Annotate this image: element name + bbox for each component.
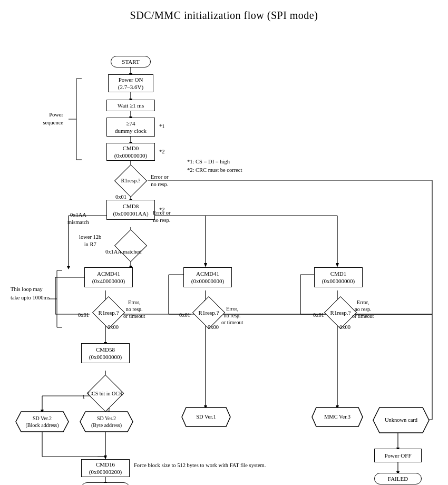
wait-label: Wait ≥1 ms [118, 102, 144, 109]
svg-marker-18 [204, 263, 207, 267]
power-seq-label: Power sequence [32, 111, 63, 127]
r1resp1-wrapper: R1resp.? [113, 169, 148, 192]
cmd0-label: CMD0 (0x00000000) [114, 144, 147, 160]
acmd41-v2-label: ACMD41 (0x40000000) [92, 270, 125, 285]
svg-marker-21 [67, 266, 70, 269]
ref1-label: *1 [159, 123, 165, 130]
mmc-v3-label: MMC Ver.3 [324, 413, 350, 421]
dummy-clock-node: ≥74 dummy clock [106, 118, 155, 137]
sd-v2-block-label: SD Ver.2 (Block address) [25, 415, 59, 429]
sd-v2-block-node: SD Ver.2 (Block address) [15, 411, 70, 433]
cmd0-node: CMD0 (0x00000000) [106, 143, 155, 161]
val-000-4-label: 0x00 [339, 324, 350, 331]
mmc-v3-node: MMC Ver.3 [311, 406, 364, 428]
error-no-resp-acmd41v1-label: Error, no resp. or timeout [221, 305, 243, 326]
power-off-label: Power OFF [384, 452, 411, 459]
power-off-node: Power OFF [374, 449, 422, 462]
val-000-3-label: 0x00 [208, 324, 219, 331]
page-title: SDC/MMC initialization flow (SPI mode) [0, 0, 448, 27]
sd-v1-node: SD Ver.1 [181, 406, 231, 428]
error-no-resp-cmd8-label: Error or no resp. [153, 209, 171, 224]
loop-label: This loop may take upto 1000ms [11, 285, 53, 302]
cmd16-note: Force block size to 512 bytes to work wi… [134, 462, 271, 470]
succeeded-node: SUCCEEDED [81, 482, 130, 485]
acmd41-v1-node: ACMD41 (0x00000000) [183, 267, 232, 287]
x1aa-matched-label: 0x1AA matched [105, 248, 142, 256]
failed-node: FAILED [374, 473, 422, 484]
x1aa-mismatch-label: 0x1AA mismatch [67, 211, 89, 226]
val-000-2-label: 0x00 [108, 324, 119, 331]
acmd41-v2-node: ACMD41 (0x40000000) [84, 267, 133, 287]
cmd58-label: CMD58 (0x00000000) [89, 346, 122, 361]
note2-text: *2: CRC must be correct [187, 166, 242, 174]
error-no-resp-1-label: Error or no resp. [151, 173, 169, 188]
cmd16-node: CMD16 (0x00000200) [81, 459, 130, 477]
ccs-0-label: 0 [108, 406, 110, 414]
r1resp2-wrapper: R1resp.? [91, 299, 126, 326]
error-timeout-cmd1-label: Error, no resp. or timeout [352, 299, 374, 319]
ccs-1-label: 1 [82, 393, 85, 401]
ccs-bit-wrapper: CCS bit in OCR [87, 378, 123, 409]
cmd16-label: CMD16 (0x00000200) [89, 461, 122, 476]
unknown-card-label: Unknown card [385, 416, 417, 424]
failed-label: FAILED [388, 475, 408, 482]
cmd8-label: CMD8 (0x000001AA) [113, 202, 148, 218]
svg-marker-26 [336, 263, 339, 267]
sd-v2-byte-label: SD Ver.2 (Byte address) [91, 415, 122, 429]
val-001-3-label: 0x01 [179, 312, 190, 319]
cmd1-label: CMD1 (0x00000000) [322, 270, 355, 285]
sd-v2-byte-node: SD Ver.2 (Byte address) [79, 411, 134, 433]
dummy-clock-label: ≥74 dummy clock [115, 120, 147, 135]
note1-text: *1: CS = DI = high [187, 158, 230, 166]
ref2-label: *2 [159, 148, 165, 156]
val-001-4-label: 0x01 [313, 312, 324, 319]
lower-12b-label: lower 12b in R7 [79, 234, 101, 248]
cmd1-node: CMD1 (0x00000000) [314, 267, 363, 287]
unknown-card-node: Unknown card [372, 406, 430, 434]
start-label: START [122, 58, 139, 65]
power-on-label: Power ON (2.7–3.6V) [118, 76, 143, 91]
cmd58-node: CMD58 (0x00000000) [81, 343, 130, 363]
start-node: START [111, 56, 151, 67]
acmd41-v1-label: ACMD41 (0x00000000) [191, 270, 224, 285]
error-timeout-1-label: Error, no resp. or timeout [123, 299, 145, 319]
sd-v1-label: SD Ver.1 [196, 413, 216, 421]
power-on-node: Power ON (2.7–3.6V) [108, 74, 153, 92]
val-001-2-label: 0x01 [78, 312, 89, 319]
wait-node: Wait ≥1 ms [106, 100, 155, 111]
cmd8-node: CMD8 (0x000001AA) [106, 200, 155, 220]
